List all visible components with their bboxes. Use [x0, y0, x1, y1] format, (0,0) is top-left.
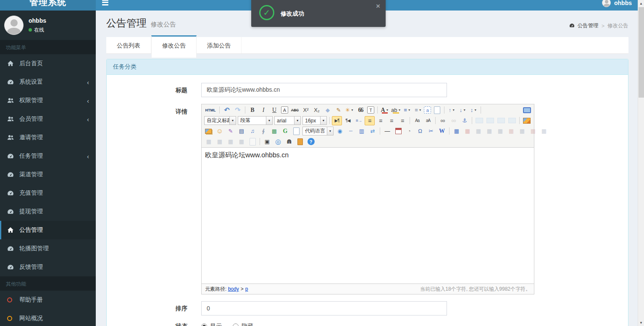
paragraph-space-bottom-icon[interactable]: ↓▼ [457, 106, 468, 115]
radio-icon[interactable] [233, 323, 239, 326]
batch-image-upload-icon[interactable] [204, 127, 214, 136]
insert-video-icon[interactable]: ▤ [237, 127, 247, 136]
vertical-scrollbar[interactable]: ▲ ▼ [638, 0, 644, 326]
tab-edit-announcement[interactable]: 修改公告 [151, 35, 197, 58]
sidebar-item-permissions[interactable]: 权限管理‹ [0, 91, 96, 110]
breadcrumb-root[interactable]: 公告管理 [578, 22, 599, 29]
insert-table-icon[interactable]: ▦ [452, 127, 462, 136]
sidebar-item-carousel[interactable]: 轮播图管理 [0, 239, 96, 258]
sidebar-item-site-overview[interactable]: 网站概况 [0, 309, 96, 326]
navbar-user-menu[interactable]: ohbbs [602, 0, 632, 7]
font-color-icon[interactable]: A▼ [380, 106, 390, 115]
paragraph-space-top-icon[interactable]: ↑▼ [447, 106, 457, 115]
tab-add-announcement[interactable]: 添加公告 [197, 37, 242, 53]
preview-icon[interactable]: ◎ [273, 137, 283, 146]
template-icon[interactable]: ✳▼ [344, 106, 355, 115]
scroll-down-icon[interactable]: ▼ [638, 319, 644, 326]
word-paste-icon[interactable]: W [437, 127, 447, 136]
eraser-icon[interactable]: ◆ [323, 106, 333, 115]
link-icon[interactable]: ∞ [438, 116, 448, 125]
block-select[interactable]: 段落▼ [238, 116, 273, 125]
align-left-icon[interactable]: ≡ [365, 116, 375, 125]
insert-attachment-icon[interactable]: ∮ [258, 127, 268, 136]
subscript-icon[interactable]: X₂ [312, 106, 322, 115]
fullscreen-icon[interactable] [522, 106, 532, 115]
uppercase-icon[interactable]: Aa [412, 116, 422, 125]
page-break-icon[interactable]: ┄ [346, 127, 356, 136]
insert-code-icon[interactable]: ◉ [335, 127, 345, 136]
align-justify-icon[interactable]: ≡ [397, 116, 407, 125]
superscript-icon[interactable]: X² [301, 106, 311, 115]
graffiti-icon[interactable]: ✎ [226, 127, 236, 136]
sidebar-item-announcements[interactable]: 公告管理 [0, 221, 96, 239]
heading-select[interactable]: 自定义标题▼ [204, 116, 236, 125]
quick-format-icon[interactable]: ✎ [334, 106, 344, 115]
editor-content[interactable]: 欧皇源码论坛www.ohbbs.cn [202, 148, 534, 284]
redo-icon[interactable]: ↷ [233, 106, 243, 115]
toast-close-icon[interactable]: × [376, 3, 380, 9]
emoticons-icon[interactable]: ☺ [215, 127, 225, 136]
horizontal-rule-icon[interactable]: — [382, 127, 392, 136]
screenshot-icon[interactable]: ✂ [426, 127, 436, 136]
format-a-icon[interactable]: A [281, 106, 288, 114]
sidebar-item-withdraw[interactable]: 提现管理 [0, 202, 96, 221]
size-select[interactable]: 16px▼ [302, 116, 327, 125]
insert-music-icon[interactable]: ♫ [247, 127, 258, 136]
ordered-list-icon[interactable]: ≡▼ [402, 106, 412, 115]
user-status[interactable]: 在线 [29, 27, 46, 34]
lowercase-icon[interactable]: aA [423, 116, 433, 125]
underline-icon[interactable]: U [269, 106, 279, 115]
bold-icon[interactable]: B [247, 106, 258, 115]
print-icon[interactable]: ▣ [262, 137, 272, 146]
status-radio-show[interactable]: 显示 [201, 323, 222, 326]
undo-icon[interactable]: ↶ [222, 106, 232, 115]
sidebar-item-home[interactable]: 后台首页 [0, 54, 96, 73]
help-icon[interactable]: ? [306, 137, 316, 146]
insert-columns-icon[interactable]: ▥ [357, 127, 367, 136]
italic-icon[interactable]: I [258, 106, 268, 115]
line-height-icon[interactable]: ↕▼ [468, 106, 478, 115]
unordered-list-icon[interactable]: ≡▼ [413, 106, 423, 115]
sidebar-item-tasks[interactable]: 任务管理‹ [0, 147, 96, 165]
source-icon[interactable]: HTML [204, 106, 217, 115]
tab-announcement-list[interactable]: 公告列表 [106, 37, 151, 53]
right-to-left-icon[interactable]: ¶◀ [343, 116, 353, 125]
insert-date-icon[interactable] [393, 127, 403, 136]
insert-map-icon[interactable]: ▩ [269, 127, 279, 136]
sidebar-item-system-settings[interactable]: 系统设置‹ [0, 73, 96, 91]
align-right-icon[interactable]: ≡ [386, 116, 397, 125]
font-select[interactable]: arial▼ [274, 116, 301, 125]
inline-code-icon[interactable]: a [424, 106, 431, 114]
path-link-body[interactable]: body [228, 286, 239, 292]
insert-image-icon[interactable] [522, 116, 532, 125]
clipboard-icon[interactable] [295, 137, 305, 146]
find-replace-icon[interactable]: ⋒ [284, 137, 294, 146]
transfer-icon[interactable]: ⇄ [368, 127, 378, 136]
sidebar-toggle-icon[interactable] [102, 0, 110, 6]
sidebar-item-channels[interactable]: 渠道管理 [0, 165, 96, 184]
insert-time-icon[interactable]: ◔ [404, 127, 414, 136]
paste-as-text-icon[interactable]: T [367, 106, 374, 114]
sidebar-item-feedback[interactable]: 反馈管理 [0, 258, 96, 276]
left-to-right-icon[interactable]: ▶¶ [332, 116, 342, 125]
indent-icon[interactable]: ≡→ [354, 116, 364, 125]
align-center-icon[interactable]: ≡ [376, 116, 386, 125]
special-char-icon[interactable]: Ω [415, 127, 425, 136]
strikethrough-icon[interactable]: ABC [290, 106, 300, 115]
sidebar-item-invites[interactable]: 邀请管理 [0, 128, 96, 147]
insert-page-icon[interactable] [291, 127, 301, 136]
path-link-p[interactable]: p [245, 286, 248, 292]
new-document-icon[interactable] [432, 106, 442, 115]
sort-input[interactable] [201, 301, 447, 315]
sidebar-item-recharge[interactable]: 充值管理 [0, 184, 96, 202]
google-map-icon[interactable]: G [280, 127, 290, 136]
scroll-up-icon[interactable]: ▲ [638, 0, 644, 7]
anchor-icon[interactable]: ⚓ [460, 116, 470, 125]
scrollbar-thumb[interactable] [639, 7, 644, 98]
sidebar-item-members[interactable]: 会员管理‹ [0, 110, 96, 128]
highlight-color-icon[interactable]: ab▼ [391, 106, 401, 115]
status-radio-hide[interactable]: 隐藏 [233, 323, 253, 326]
brand-logo[interactable]: 管理系统 [0, 0, 96, 11]
radio-icon[interactable] [201, 323, 207, 326]
title-input[interactable] [201, 83, 447, 97]
